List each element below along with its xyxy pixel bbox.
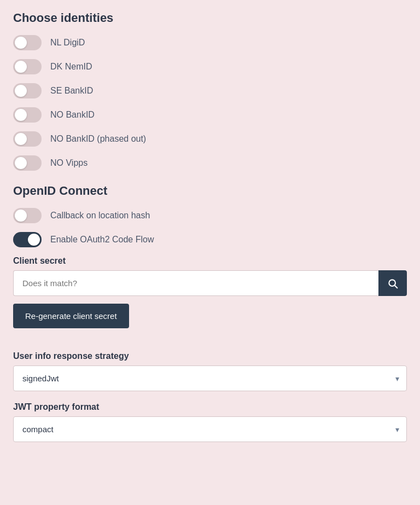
identity-toggle-row-no-bankid: NO BankID <box>13 107 407 123</box>
toggle-thumb-no-bankid-phased <box>15 133 27 145</box>
toggle-thumb-no-vipps <box>15 157 27 169</box>
svg-line-1 <box>395 285 398 288</box>
toggle-track-dk-nemid[interactable] <box>13 59 42 74</box>
toggle-nl-digid[interactable] <box>13 35 42 50</box>
search-icon <box>387 278 398 289</box>
client-secret-input[interactable] <box>13 270 378 296</box>
toggle-thumb-se-bankid <box>15 85 27 97</box>
toggle-dk-nemid[interactable] <box>13 59 42 74</box>
jwt-format-select[interactable]: compact verbose nested <box>13 416 407 442</box>
identity-toggle-row-nl-digid: NL DigiD <box>13 35 407 50</box>
client-secret-search-button[interactable] <box>378 270 407 296</box>
openid-toggle-row-enable-oauth2-code-flow: Enable OAuth2 Code Flow <box>13 232 407 247</box>
toggle-callback-location-hash[interactable] <box>13 208 42 223</box>
identity-toggle-row-no-vipps: NO Vipps <box>13 155 407 171</box>
openid-toggles-list: Callback on location hashEnable OAuth2 C… <box>13 208 407 247</box>
toggle-no-bankid-phased[interactable] <box>13 131 42 147</box>
client-secret-label: Client secret <box>13 256 407 266</box>
jwt-format-section: JWT property format compact verbose nest… <box>13 402 407 442</box>
identity-toggle-row-se-bankid: SE BankID <box>13 83 407 98</box>
toggle-track-se-bankid[interactable] <box>13 83 42 98</box>
identity-toggle-row-no-bankid-phased: NO BankID (phased out) <box>13 131 407 147</box>
client-secret-section: Client secret Re-generate client secret <box>13 256 407 340</box>
identity-toggle-row-dk-nemid: DK NemID <box>13 59 407 74</box>
toggle-thumb-callback-location-hash <box>15 210 27 222</box>
choose-identities-title: Choose identities <box>13 11 407 25</box>
toggle-label-no-bankid: NO BankID <box>50 110 95 120</box>
user-info-select-container: signedJwt plain encrypted ▾ <box>13 365 407 391</box>
toggle-track-enable-oauth2-code-flow[interactable] <box>13 232 42 247</box>
jwt-format-select-container: compact verbose nested ▾ <box>13 416 407 442</box>
toggle-label-se-bankid: SE BankID <box>50 86 93 96</box>
toggle-label-dk-nemid: DK NemID <box>50 62 92 72</box>
user-info-select[interactable]: signedJwt plain encrypted <box>13 365 407 391</box>
toggle-label-no-bankid-phased: NO BankID (phased out) <box>50 134 146 144</box>
identity-toggles-list: NL DigiDDK NemIDSE BankIDNO BankIDNO Ban… <box>13 35 407 171</box>
toggle-no-vipps[interactable] <box>13 155 42 171</box>
toggle-track-no-bankid-phased[interactable] <box>13 131 42 147</box>
toggle-label-nl-digid: NL DigiD <box>50 38 85 48</box>
regen-client-secret-button[interactable]: Re-generate client secret <box>13 304 129 328</box>
toggle-track-no-vipps[interactable] <box>13 155 42 171</box>
jwt-format-label: JWT property format <box>13 402 407 412</box>
toggle-enable-oauth2-code-flow[interactable] <box>13 232 42 247</box>
user-info-label: User info response strategy <box>13 351 407 361</box>
user-info-section: User info response strategy signedJwt pl… <box>13 351 407 391</box>
toggle-no-bankid[interactable] <box>13 107 42 123</box>
toggle-thumb-nl-digid <box>15 37 27 49</box>
client-secret-input-row <box>13 270 407 296</box>
toggle-label-enable-oauth2-code-flow: Enable OAuth2 Code Flow <box>50 235 154 245</box>
openid-toggle-row-callback-location-hash: Callback on location hash <box>13 208 407 223</box>
toggle-thumb-enable-oauth2-code-flow <box>28 234 40 246</box>
toggle-label-callback-location-hash: Callback on location hash <box>50 211 150 220</box>
toggle-track-no-bankid[interactable] <box>13 107 42 123</box>
toggle-thumb-no-bankid <box>15 109 27 121</box>
toggle-track-nl-digid[interactable] <box>13 35 42 50</box>
toggle-se-bankid[interactable] <box>13 83 42 98</box>
toggle-track-callback-location-hash[interactable] <box>13 208 42 223</box>
openid-connect-title: OpenID Connect <box>13 184 407 198</box>
toggle-thumb-dk-nemid <box>15 61 27 73</box>
toggle-label-no-vipps: NO Vipps <box>50 158 88 168</box>
